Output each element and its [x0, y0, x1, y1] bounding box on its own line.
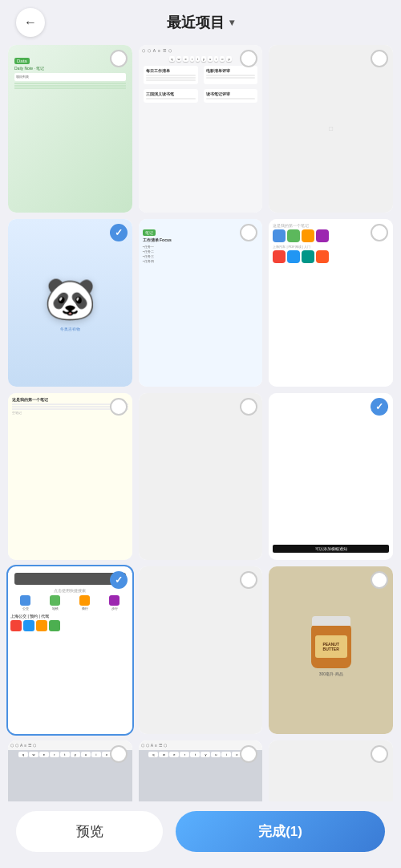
check-circle-9[interactable] — [371, 398, 388, 416]
page-title: 最近项目 ▾ — [167, 13, 234, 32]
check-circle-3[interactable] — [371, 50, 388, 67]
check-circle-10[interactable] — [110, 571, 128, 589]
preview-button[interactable]: 预览 — [16, 811, 163, 852]
thumbnail-12[interactable]: PEANUTBUTTER 300毫升·商品 — [269, 566, 393, 734]
thumbnail-1[interactable]: Data Daily Note · 笔记 项目列表 — [8, 45, 132, 213]
header: ← 最近项目 ▾ — [0, 0, 401, 45]
thumbnail-3[interactable]: □ — [269, 45, 393, 213]
check-circle-5[interactable] — [240, 224, 257, 241]
thumbnail-8[interactable] — [139, 393, 263, 561]
title-text: 最近项目 — [167, 13, 225, 32]
back-icon: ← — [24, 15, 37, 30]
bottom-bar: 预览 完成(1) — [0, 801, 401, 868]
thumbnail-7[interactable]: 这是我的第一个笔记 空笔记 — [8, 393, 132, 561]
check-circle-7[interactable] — [110, 398, 128, 416]
thumbnail-9[interactable]: 可以添加横幅通知 — [269, 393, 393, 561]
check-circle-8[interactable] — [240, 398, 257, 416]
thumbnails-grid: Data Daily Note · 笔记 项目列表 ⬡⬡A≡☰⬡ qwe — [0, 45, 401, 868]
back-button[interactable]: ← — [16, 8, 45, 37]
check-circle-6[interactable] — [371, 224, 388, 241]
check-circle-13[interactable] — [110, 745, 128, 763]
thumbnail-10[interactable]: 点击使用快捷搜索 公交 地铁 骑行 — [8, 566, 132, 734]
thumbnail-2[interactable]: ⬡⬡A≡☰⬡ qwe rty uiop 每日工作清单 电影清单评审 — [139, 45, 263, 213]
dropdown-arrow-icon[interactable]: ▾ — [229, 17, 234, 28]
thumbnail-11[interactable] — [139, 566, 263, 734]
check-circle-1[interactable] — [110, 50, 128, 67]
check-circle-4[interactable] — [110, 224, 128, 241]
thumbnail-6[interactable]: 这是我的第一个笔记 上海汽车 | PDF阅读 | 入门 — [269, 219, 393, 387]
thumbnail-5[interactable]: 笔记 工作清单 Focus • 任务一 • 任务二 • 任务三 • 任务四 — [139, 219, 263, 387]
done-button[interactable]: 完成(1) — [176, 811, 385, 852]
thumbnail-4[interactable]: 🐼 冬奥吉祥物 — [8, 219, 132, 387]
